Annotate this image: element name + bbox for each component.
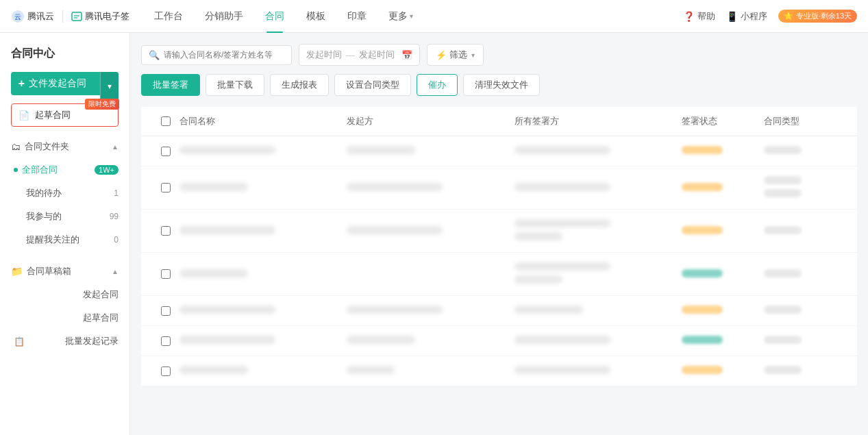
- search-input-wrapper[interactable]: 🔍: [141, 45, 292, 65]
- search-input[interactable]: [164, 50, 284, 60]
- remind-btn[interactable]: 催办: [417, 74, 458, 96]
- nav-distribution[interactable]: 分销助手: [194, 0, 254, 33]
- draft-icon: 📄: [18, 110, 29, 121]
- star-icon: ⭐: [784, 12, 793, 21]
- type-cell: [764, 306, 846, 316]
- signers-cell: [514, 183, 682, 193]
- contract-name-cell: [179, 336, 347, 346]
- brand-area: 云 腾讯云 腾讯电子签: [11, 10, 129, 23]
- contract-name-cell: [179, 226, 347, 236]
- tencent-logo[interactable]: 云 腾讯云: [11, 10, 54, 23]
- file-start-dropdown-btn[interactable]: ▾: [100, 72, 119, 101]
- contract-name-cell: [179, 183, 347, 193]
- sidebar-item-participated[interactable]: 我参与的 99: [0, 205, 129, 228]
- sidebar-item-draft-contract[interactable]: 起草合同: [0, 306, 129, 330]
- row-checkbox[interactable]: [161, 306, 171, 316]
- pro-badge[interactable]: ⭐ 专业版·剩余13天: [778, 10, 857, 23]
- row-checkbox-cell[interactable]: [152, 183, 179, 192]
- row-checkbox-cell[interactable]: [152, 306, 179, 316]
- filter-button[interactable]: ⚡ 筛选 ▾: [427, 44, 484, 66]
- sidebar-section-drafts-header[interactable]: 📁 合同草稿箱 ▲: [0, 260, 129, 283]
- batch-download-btn[interactable]: 批量下载: [206, 74, 264, 96]
- nav-workbench[interactable]: 工作台: [143, 0, 194, 33]
- nav-seal[interactable]: 印章: [336, 0, 377, 33]
- sidebar-item-all-contracts[interactable]: 全部合同 1W+: [0, 158, 129, 182]
- date-range-picker[interactable]: 发起时间 — 发起时间 📅: [299, 44, 420, 66]
- tencent-cloud-icon: 云: [11, 10, 25, 23]
- initiator-cell: [347, 226, 514, 236]
- clear-invalid-btn[interactable]: 清理失效文件: [463, 74, 540, 96]
- signers-cell: [514, 336, 682, 346]
- all-contracts-badge: 1W+: [95, 165, 119, 175]
- header-checkbox-cell[interactable]: [152, 115, 179, 127]
- nav-right: ❓ 帮助 📱 小程序 ⭐ 专业版·剩余13天: [683, 10, 857, 23]
- table-row[interactable]: [141, 253, 857, 296]
- sidebar-section-folders-header[interactable]: 🗂 合同文件夹 ▲: [0, 135, 129, 158]
- row-checkbox[interactable]: [161, 336, 171, 346]
- initiator-cell: [347, 183, 514, 193]
- type-cell: [764, 336, 846, 346]
- status-cell: [682, 183, 764, 193]
- table-row[interactable]: [141, 210, 857, 253]
- col-status: 签署状态: [682, 115, 764, 127]
- col-signers: 所有签署方: [514, 115, 682, 127]
- draft-contract-item[interactable]: 📄 起草合同 限时免费: [11, 103, 119, 127]
- type-cell: [764, 366, 846, 376]
- esign-icon: [71, 11, 82, 22]
- initiator-cell: [347, 336, 514, 346]
- limit-free-badge: 限时免费: [85, 99, 119, 110]
- row-checkbox[interactable]: [161, 269, 171, 279]
- status-cell: [682, 306, 764, 316]
- status-cell: [682, 226, 764, 236]
- col-type: 合同类型: [764, 115, 846, 127]
- filter-arrow-icon: ▾: [471, 51, 475, 59]
- signers-cell: [514, 219, 682, 243]
- status-cell: [682, 366, 764, 376]
- esign-logo[interactable]: 腾讯电子签: [62, 10, 129, 23]
- row-checkbox[interactable]: [161, 183, 171, 192]
- table-row[interactable]: [141, 296, 857, 326]
- row-checkbox-cell[interactable]: [152, 147, 179, 156]
- initiator-cell: [347, 306, 514, 316]
- svg-rect-2: [72, 12, 82, 21]
- date-separator: —: [346, 50, 355, 60]
- folders-chevron-icon: ▲: [112, 143, 119, 151]
- row-checkbox-cell[interactable]: [152, 336, 179, 346]
- sidebar-item-start-contract[interactable]: 发起合同: [0, 283, 129, 306]
- table-row[interactable]: [141, 356, 857, 386]
- sidebar-item-batch-records[interactable]: 📋 批量发起记录: [0, 330, 129, 353]
- nav-items: 工作台 分销助手 合同 模板 印章 更多 ▾: [143, 0, 683, 33]
- row-checkbox[interactable]: [161, 366, 171, 376]
- row-checkbox[interactable]: [161, 147, 171, 156]
- batch-sign-btn[interactable]: 批量签署: [141, 74, 200, 96]
- participated-badge: 99: [110, 212, 119, 221]
- set-type-btn[interactable]: 设置合同类型: [334, 74, 411, 96]
- row-checkbox-cell[interactable]: [152, 366, 179, 376]
- row-checkbox-cell[interactable]: [152, 226, 179, 236]
- nav-more[interactable]: 更多 ▾: [377, 0, 424, 33]
- nav-contract[interactable]: 合同: [254, 0, 295, 33]
- help-icon: ❓: [683, 11, 695, 22]
- signers-cell: [514, 146, 682, 156]
- header-checkbox[interactable]: [161, 116, 171, 126]
- row-checkbox[interactable]: [161, 226, 171, 236]
- drafts-chevron-icon: ▲: [112, 268, 119, 275]
- table-row[interactable]: [141, 166, 857, 210]
- help-button[interactable]: ❓ 帮助: [683, 10, 715, 23]
- date-end-label: 发起时间: [359, 49, 395, 61]
- nav-template[interactable]: 模板: [295, 0, 336, 33]
- generate-report-btn[interactable]: 生成报表: [270, 74, 329, 96]
- miniapp-button[interactable]: 📱 小程序: [726, 10, 767, 23]
- sidebar-item-my-todo[interactable]: 我的待办 1: [0, 182, 129, 205]
- table-row[interactable]: [141, 136, 857, 166]
- sidebar-item-remind-follow[interactable]: 提醒我关注的 0: [0, 228, 129, 251]
- status-cell: [682, 146, 764, 156]
- contract-name-cell: [179, 366, 347, 376]
- search-icon: 🔍: [149, 50, 160, 60]
- type-cell: [764, 176, 846, 199]
- sidebar: 合同中心 + 文件发起合同 ▾ 📄 起草合同 限时免费 🗂 合同文件夹 ▲: [0, 33, 130, 435]
- row-checkbox-cell[interactable]: [152, 269, 179, 279]
- table-row[interactable]: [141, 326, 857, 356]
- status-cell: [682, 269, 764, 279]
- svg-text:云: 云: [14, 13, 21, 21]
